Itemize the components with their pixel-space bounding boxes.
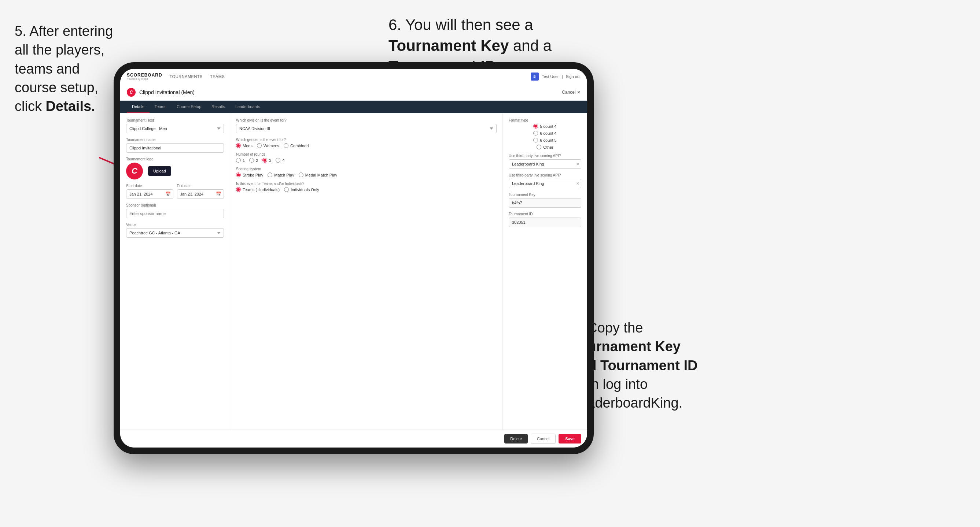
tournament-key-label: Tournament Key (509, 193, 581, 197)
start-date-wrap: 📅 (126, 189, 173, 199)
tab-teams[interactable]: Teams (150, 101, 172, 113)
format-group: Format type 5 count 4 6 count 4 6 count … (509, 118, 581, 149)
division-select[interactable]: NCAA Division III (236, 124, 496, 133)
scoring-label: Scoring system (236, 167, 496, 171)
tournament-host-select[interactable]: Clippd College - Men (126, 124, 224, 133)
scoring-medal-match[interactable]: Medal Match Play (299, 173, 337, 177)
api1-clear-button[interactable]: ✕ (576, 162, 579, 167)
api2-clear-button[interactable]: ✕ (576, 181, 579, 186)
tournament-name-input[interactable] (126, 143, 224, 153)
tournament-key-value: b4fb7 (509, 198, 581, 208)
teams-group: Is this event for Teams and/or Individua… (236, 182, 496, 192)
venue-select[interactable]: Peachtree GC - Atlanta - GA (126, 228, 224, 238)
rounds-4[interactable]: 4 (275, 158, 285, 163)
tournament-id-value: 302051 (509, 217, 581, 227)
sponsor-input[interactable] (126, 209, 224, 218)
tournament-id-group: Tournament ID 302051 (509, 212, 581, 227)
left-col: Tournament Host Clippd College - Men Tou… (120, 113, 230, 430)
nav-link-tournaments[interactable]: TOURNAMENTS (170, 75, 203, 79)
api1-field-wrap: ✕ (509, 159, 581, 169)
api2-label: Use third-party live scoring API? (509, 173, 581, 177)
rounds-label: Number of rounds (236, 152, 496, 156)
nav-signout[interactable]: Sign out (566, 75, 581, 79)
division-label: Which division is the event for? (236, 118, 496, 122)
teams-with-individuals[interactable]: Teams (+Individuals) (236, 187, 280, 192)
gender-radio-group: Mens Womens Combined (236, 143, 496, 148)
annotation-left: 5. After entering all the players, teams… (15, 22, 113, 116)
individuals-only[interactable]: Individuals Only (284, 187, 319, 192)
format-5count4[interactable]: 5 count 4 (533, 124, 556, 129)
delete-button[interactable]: Delete (504, 434, 528, 443)
api2-group: Use third-party live scoring API? ✕ (509, 173, 581, 188)
api1-label: Use third-party live scoring API? (509, 154, 581, 158)
logo-circle: C (126, 163, 143, 179)
nav-user-label: Test User (542, 75, 558, 79)
right-panel: Format type 5 count 4 6 count 4 6 count … (503, 113, 587, 430)
tab-leaderboards[interactable]: Leaderboards (230, 101, 265, 113)
tournament-key-group: Tournament Key b4fb7 (509, 193, 581, 208)
rounds-2[interactable]: 2 (249, 158, 258, 163)
teams-radio-group: Teams (+Individuals) Individuals Only (236, 187, 496, 192)
save-button[interactable]: Save (558, 434, 581, 443)
tablet-frame: SCOREBOARD Powered by clippd TOURNAMENTS… (114, 62, 594, 454)
tournament-logo-label: Tournament logo (126, 157, 224, 161)
page-header-title: Clippd Invitational (Men) (139, 89, 195, 95)
scoring-match[interactable]: Match Play (267, 173, 294, 177)
nav-link-teams[interactable]: TEAMS (210, 75, 225, 79)
logo-upload-area: C Upload (126, 163, 224, 179)
start-date-label: Start date (126, 184, 173, 188)
center-col: Which division is the event for? NCAA Di… (230, 113, 503, 430)
nav-right: SI Test User | Sign out (531, 73, 581, 81)
nav-logo-sub: Powered by clippd (127, 78, 162, 80)
page-header: C Clippd Invitational (Men) Cancel ✕ (120, 84, 587, 101)
cancel-button[interactable]: Cancel (531, 433, 555, 444)
tab-course-setup[interactable]: Course Setup (172, 101, 206, 113)
sponsor-label: Sponsor (optional) (126, 203, 224, 207)
scoring-group: Scoring system Stroke Play Match Play Me… (236, 167, 496, 177)
tab-results[interactable]: Results (206, 101, 230, 113)
venue-group: Venue Peachtree GC - Atlanta - GA (126, 223, 224, 238)
top-nav: SCOREBOARD Powered by clippd TOURNAMENTS… (120, 69, 587, 84)
upload-button[interactable]: Upload (148, 166, 171, 176)
start-date-field: Start date 📅 (126, 184, 173, 199)
page-header-logo: C (127, 88, 135, 97)
sponsor-group: Sponsor (optional) (126, 203, 224, 218)
tournament-id-label: Tournament ID (509, 212, 581, 216)
tournament-host-group: Tournament Host Clippd College - Men (126, 118, 224, 133)
tournament-name-label: Tournament name (126, 138, 224, 142)
rounds-1[interactable]: 1 (236, 158, 245, 163)
rounds-3[interactable]: 3 (262, 158, 271, 163)
end-date-field: End date 📅 (177, 184, 224, 199)
nav-logo-main: SCOREBOARD (127, 73, 162, 78)
division-group: Which division is the event for? NCAA Di… (236, 118, 496, 133)
tournament-name-group: Tournament name (126, 138, 224, 153)
tablet-screen: SCOREBOARD Powered by clippd TOURNAMENTS… (120, 69, 587, 448)
tab-details[interactable]: Details (127, 101, 150, 113)
format-6count5[interactable]: 6 count 5 (533, 138, 556, 143)
tabs-bar: Details Teams Course Setup Results Leade… (120, 101, 587, 113)
scoring-radio-group: Stroke Play Match Play Medal Match Play (236, 173, 496, 177)
app-chrome: SCOREBOARD Powered by clippd TOURNAMENTS… (120, 69, 587, 448)
start-date-calendar-icon[interactable]: 📅 (165, 192, 171, 197)
rounds-group: Number of rounds 1 2 3 (236, 152, 496, 163)
format-label: Format type (509, 118, 581, 122)
main-three-col: Tournament Host Clippd College - Men Tou… (120, 113, 587, 430)
nav-links: TOURNAMENTS TEAMS (170, 75, 531, 79)
scoring-stroke[interactable]: Stroke Play (236, 173, 263, 177)
format-6count4[interactable]: 6 count 4 (533, 131, 556, 135)
format-other[interactable]: Other (536, 144, 554, 149)
nav-avatar: SI (531, 73, 539, 81)
gender-combined[interactable]: Combined (284, 143, 309, 148)
gender-mens[interactable]: Mens (236, 143, 253, 148)
api1-input[interactable] (509, 159, 581, 169)
nav-separator: | (562, 75, 563, 79)
venue-label: Venue (126, 223, 224, 227)
api2-input[interactable] (509, 179, 581, 188)
gender-label: Which gender is the event for? (236, 138, 496, 142)
cancel-x-button[interactable]: Cancel ✕ (562, 90, 581, 95)
gender-group: Which gender is the event for? Mens Wome… (236, 138, 496, 148)
gender-womens[interactable]: Womens (257, 143, 279, 148)
end-date-wrap: 📅 (177, 189, 224, 199)
bottom-bar: Delete Cancel Save (120, 430, 587, 448)
end-date-calendar-icon[interactable]: 📅 (216, 192, 221, 197)
